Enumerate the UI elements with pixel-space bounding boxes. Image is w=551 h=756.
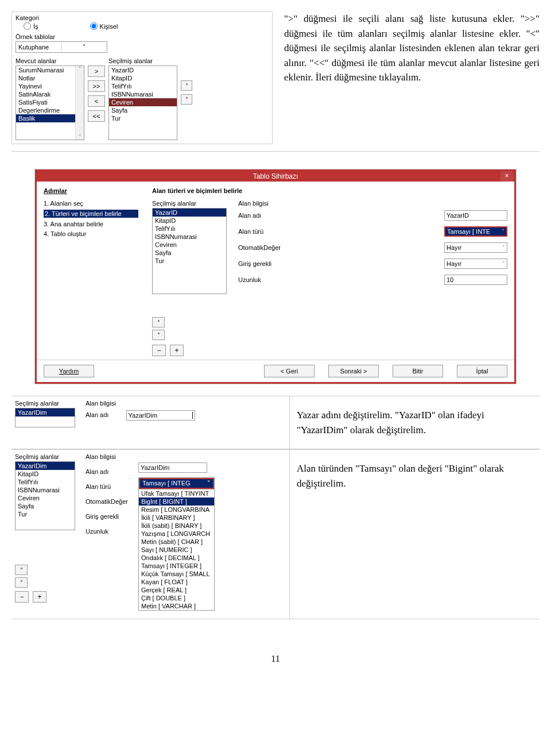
dropdown-option[interactable]: Kayan [ FLOAT ] <box>139 578 214 586</box>
auto-value-label: OtomatikDeğer <box>238 244 296 251</box>
dropdown-option[interactable]: Çift [ DOUBLE ] <box>139 594 214 602</box>
dropdown-option[interactable]: İkili [ VARBINARY ] <box>139 514 214 522</box>
remove-button[interactable]: < <box>88 95 105 107</box>
wizard-titlebar: Tablo Sihirbazı × <box>37 171 514 182</box>
field-type-dropdown[interactable]: Tamsayı [ INTEG˅ Ufak Tamsayı [ TINYINT … <box>138 477 215 611</box>
scrollbar[interactable] <box>75 66 84 140</box>
dropdown-option[interactable]: Gerçek [ REAL ] <box>139 586 214 594</box>
wizard-steps: Adımlar 1. Alanları seç 2. Türleri ve bi… <box>44 187 138 356</box>
list-item[interactable]: SatinAlarak <box>16 90 84 98</box>
move-up-button[interactable]: ˄ <box>152 317 165 327</box>
dropdown-option[interactable]: Ondalık [ DECIMAL ] <box>139 554 214 562</box>
wizard-step[interactable]: 1. Alanları seç <box>44 200 138 207</box>
list-item[interactable]: ISBNNumarasi <box>153 233 226 241</box>
dropdown-option[interactable]: Ufak Tamsayı [ TINYINT <box>139 489 214 497</box>
wizard-fields-list[interactable]: YazarID KitapID TelifYılı ISBNNumarasi C… <box>152 208 227 294</box>
list-item[interactable]: Notlar <box>16 74 84 82</box>
list-item[interactable]: Yayinevi <box>16 82 84 90</box>
list-item[interactable]: TelifYılı <box>15 478 75 486</box>
add-button[interactable]: > <box>88 65 105 77</box>
radio-is-label: İş <box>33 23 38 30</box>
field-name-input[interactable]: YazarIDim <box>126 410 195 421</box>
field-name-input[interactable]: YazarIDim <box>138 462 207 473</box>
dropdown-option[interactable]: BigInt [ BIGINT ] <box>139 497 214 506</box>
list-item[interactable]: SatisFiyati <box>16 98 84 106</box>
dropdown-option[interactable]: Sayı [ NUMERIC ] <box>139 546 214 554</box>
field-name-label: Alan adı <box>86 411 116 418</box>
minus-button[interactable]: − <box>15 591 29 603</box>
length-input[interactable] <box>444 275 507 285</box>
list-item[interactable]: Ceviren <box>153 241 226 249</box>
radio-is-input[interactable] <box>24 22 31 30</box>
cancel-button[interactable]: İptal <box>457 365 507 377</box>
chevron-down-icon: ˅ <box>502 245 505 250</box>
remove-all-button[interactable]: << <box>88 110 105 122</box>
dropdown-option[interactable]: İkili (sabit) [ BINARY ] <box>139 522 214 530</box>
list-item[interactable]: KitapID <box>153 217 226 225</box>
list-item[interactable]: Tur <box>15 510 75 518</box>
sample-tables-combo[interactable]: Kutuphane ˅ <box>15 41 107 53</box>
list-item[interactable]: YazarIDim <box>15 408 75 416</box>
field-type-select[interactable]: Tamsayı [ INTE˅ <box>444 226 507 237</box>
selected-fields-list[interactable]: YazarIDim KitapID TelifYılı ISBNNumarasi… <box>15 461 75 530</box>
next-button[interactable]: Sonraki > <box>328 365 379 377</box>
auto-value-select[interactable]: Hayır˅ <box>444 242 507 253</box>
selected-fields-list[interactable]: YazarIDim <box>15 408 75 427</box>
entry-required-label: Giriş gerekli <box>238 260 296 267</box>
list-item[interactable]: KitapID <box>109 74 177 82</box>
wizard-step-active[interactable]: 2. Türleri ve biçimleri belirle <box>44 210 138 218</box>
list-item[interactable]: Baslik <box>16 114 84 122</box>
field-name-input[interactable] <box>444 210 507 221</box>
list-item[interactable]: Sayfa <box>153 249 226 257</box>
plus-button[interactable]: + <box>33 591 46 603</box>
move-down-button[interactable]: ˅ <box>181 94 192 105</box>
list-item[interactable]: Ceviren <box>109 98 177 106</box>
list-item[interactable]: TelifYılı <box>153 225 226 233</box>
dropdown-option[interactable]: Resim [ LONGVARBINA <box>139 506 214 514</box>
wizard-step[interactable]: 4. Tablo oluştur <box>44 230 138 237</box>
available-fields-label: Mevcut alanlar <box>15 57 84 64</box>
list-item[interactable]: YazarIDim <box>15 462 75 470</box>
radio-is[interactable]: İş <box>24 22 38 30</box>
radio-kisisel-input[interactable] <box>90 22 98 30</box>
dropdown-option[interactable]: Tamsayı [ INTEGER ] <box>139 562 214 570</box>
list-item[interactable]: SurumNumarasi <box>16 66 84 74</box>
list-item[interactable]: YazarID <box>153 209 226 217</box>
plus-button[interactable]: + <box>170 345 184 356</box>
list-item[interactable]: ISBNNumarasi <box>15 486 75 494</box>
move-down-button[interactable]: ˅ <box>15 577 28 588</box>
list-item[interactable]: Ceviren <box>15 494 75 502</box>
steps-header: Adımlar <box>44 187 138 194</box>
list-item[interactable]: Tur <box>109 114 177 122</box>
move-up-button[interactable]: ˄ <box>15 565 28 575</box>
list-item[interactable]: Degerlendirme <box>16 106 84 114</box>
entry-required-select[interactable]: Hayır˅ <box>444 259 507 269</box>
finish-button[interactable]: Bitir <box>393 365 443 377</box>
minus-button[interactable]: − <box>152 345 166 356</box>
category-panel: Kategori İş Kişisel Örnek tablolar Kutup… <box>11 11 273 144</box>
list-item[interactable]: TelifYılı <box>109 82 177 90</box>
selected-fields-list[interactable]: YazarID KitapID TelifYılı ISBNNumarasi C… <box>108 65 177 140</box>
back-button[interactable]: < Geri <box>264 365 315 377</box>
list-item[interactable]: Sayfa <box>15 502 75 510</box>
list-item[interactable]: Tur <box>153 257 226 265</box>
field-type-label: Alan türü <box>238 228 296 235</box>
dropdown-option[interactable]: Metin [ VARCHAR ] <box>139 602 214 610</box>
help-button[interactable]: Yardım <box>44 365 94 377</box>
wizard-step[interactable]: 3. Ana anahtar belirle <box>44 221 138 227</box>
move-up-button[interactable]: ˄ <box>181 80 192 91</box>
paragraph-middle: Yazar adını değiştirelim. "YazarID" olan… <box>290 396 540 449</box>
available-fields-list[interactable]: SurumNumarasi Notlar Yayinevi SatinAlara… <box>15 65 84 140</box>
list-item[interactable]: YazarID <box>109 66 177 74</box>
radio-kisisel[interactable]: Kişisel <box>90 22 118 30</box>
wizard-main-title: Alan türleri ve biçimleri belirle <box>152 187 507 194</box>
add-all-button[interactable]: >> <box>88 80 105 92</box>
close-icon[interactable]: × <box>500 171 513 182</box>
dropdown-option[interactable]: Küçük Tamsayı [ SMALL <box>139 570 214 578</box>
dropdown-option[interactable]: Yazışma [ LONGVARCH <box>139 530 214 538</box>
dropdown-option[interactable]: Metin (sabit) [ CHAR ] <box>139 538 214 546</box>
list-item[interactable]: ISBNNumarasi <box>109 90 177 98</box>
list-item[interactable]: KitapID <box>15 470 75 478</box>
move-down-button[interactable]: ˅ <box>152 330 165 340</box>
list-item[interactable]: Sayfa <box>109 106 177 114</box>
